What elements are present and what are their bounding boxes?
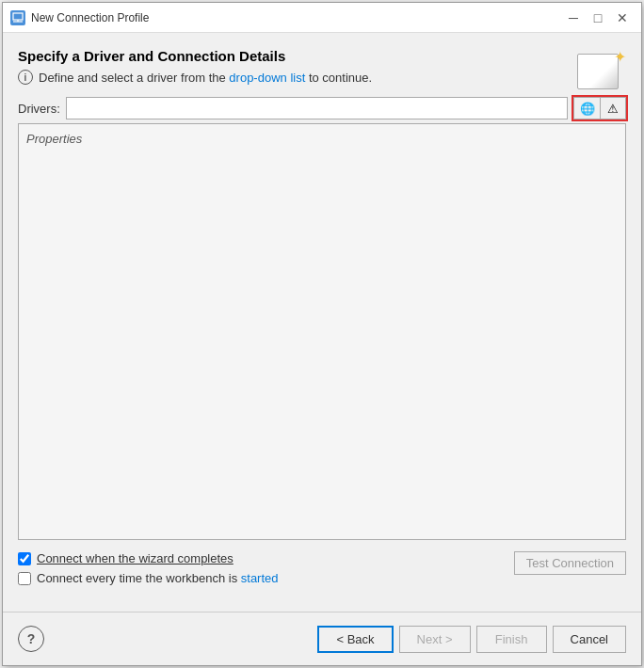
connect-workbench-label: Connect every time the workbench is star…	[37, 571, 279, 585]
graphic-folder	[577, 54, 619, 89]
close-button[interactable]: ✕	[611, 7, 634, 29]
svg-rect-0	[13, 13, 23, 20]
connect-wizard-row: Connect when the wizard completes	[18, 551, 279, 565]
connect-workbench-checkbox[interactable]	[18, 572, 31, 585]
main-window: New Connection Profile ─ □ ✕ Specify a D…	[2, 2, 642, 666]
header-text: Specify a Driver and Connection Details …	[18, 48, 372, 85]
test-connection-button[interactable]: Test Connection	[514, 551, 626, 575]
info-icon: i	[18, 70, 33, 85]
bottom-bar: ? < Back Next > Finish Cancel	[3, 612, 641, 665]
page-description: i Define and select a driver from the dr…	[18, 70, 372, 85]
test-connection-area: Test Connection	[514, 551, 626, 575]
footer-checkboxes: Connect when the wizard completes Connec…	[18, 551, 279, 591]
properties-panel: Properties	[18, 123, 626, 540]
dialog-content: Specify a Driver and Connection Details …	[3, 33, 641, 612]
started-link[interactable]: started	[241, 571, 279, 585]
window-icon	[10, 10, 25, 25]
warning-icon-button[interactable]: ⚠	[600, 97, 626, 119]
maximize-button[interactable]: □	[587, 7, 609, 29]
desc-text: Define and select a driver from the drop…	[39, 71, 372, 85]
finish-button[interactable]: Finish	[476, 626, 547, 653]
window-title: New Connection Profile	[31, 11, 562, 24]
sparkle-icon: ✦	[614, 48, 626, 66]
drivers-select[interactable]	[66, 97, 568, 119]
cancel-button[interactable]: Cancel	[553, 626, 626, 653]
drivers-label: Drivers:	[18, 102, 60, 116]
minimize-button[interactable]: ─	[562, 7, 585, 29]
title-bar: New Connection Profile ─ □ ✕	[3, 3, 641, 33]
globe-icon: 🌐	[580, 102, 595, 116]
connect-wizard-label: Connect when the wizard completes	[37, 551, 233, 565]
connect-wizard-checkbox[interactable]	[18, 552, 31, 565]
next-button[interactable]: Next >	[399, 626, 471, 653]
properties-label: Properties	[26, 132, 82, 146]
window-controls: ─ □ ✕	[562, 7, 634, 29]
page-header: Specify a Driver and Connection Details …	[18, 48, 626, 97]
help-button[interactable]: ?	[18, 626, 44, 652]
wizard-graphic: ✦	[577, 48, 626, 97]
back-button[interactable]: < Back	[317, 626, 393, 653]
nav-buttons: < Back Next > Finish Cancel	[317, 626, 626, 653]
dropdown-list-link[interactable]: drop-down list	[229, 71, 305, 85]
globe-icon-button[interactable]: 🌐	[573, 97, 600, 119]
drivers-row: Drivers: 🌐 ⚠	[18, 97, 626, 119]
page-title: Specify a Driver and Connection Details	[18, 48, 372, 64]
connect-workbench-row: Connect every time the workbench is star…	[18, 571, 279, 585]
help-icon: ?	[27, 631, 36, 646]
warning-icon: ⚠	[607, 102, 619, 116]
driver-action-buttons-box: 🌐 ⚠	[573, 97, 626, 119]
